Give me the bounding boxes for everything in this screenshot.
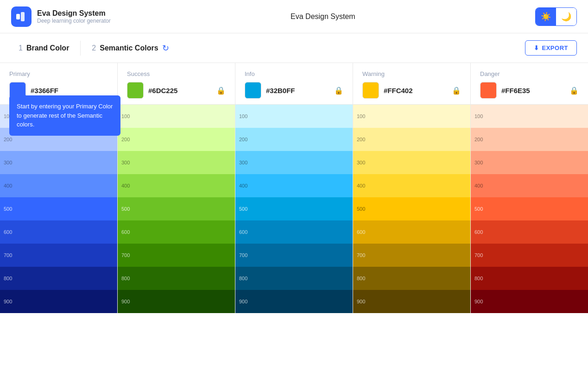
header: Eva Design System Deep learning color ge… [0,0,588,33]
primary-swatch-900 [0,290,117,313]
light-mode-button[interactable]: ☀️ [536,8,556,25]
swatch-row: 900 [118,290,235,313]
primary-swatch-500 [0,197,117,220]
tabs-bar: 1 Brand Color 2 Semantic Colors ↻ ⬇ EXPO… [0,33,588,63]
success-swatch-600 [118,220,235,244]
primary-category: Primary [9,70,108,77]
swatch-label-200: 200 [4,137,12,142]
info-swatch[interactable] [245,82,261,99]
swatch-label-300: 300 [239,160,247,165]
warning-swatch-200 [353,128,470,151]
swatch-row: 300 [353,151,470,174]
logo-text: Eva Design System Deep learning color ge… [37,9,111,24]
danger-swatch-500 [471,197,588,220]
swatch-label-600: 600 [121,229,130,235]
info-swatch-100 [235,105,353,128]
warning-swatch-300 [353,151,470,174]
swatch-row: 200 [471,128,588,151]
swatch-row: 100 [471,105,588,128]
theme-toggle[interactable]: ☀️ 🌙 [535,7,577,26]
info-input-row: #32B0FF 🔒 [245,82,343,99]
warning-column: Warning #FFC402 🔒 100 200 300 400 [353,63,471,313]
tab-semantic-colors[interactable]: 2 Semantic Colors ↻ [84,33,176,63]
primary-swatches: 100 200 300 400 500 600 [0,105,117,313]
swatch-row: 200 [235,128,353,151]
swatch-row: 500 [471,197,588,220]
success-swatch-900 [118,290,235,313]
primary-swatch-400 [0,174,117,197]
swatch-row: 800 [353,267,470,290]
swatch-label-800: 800 [4,276,12,281]
swatch-label-400: 400 [121,183,130,188]
refresh-icon[interactable]: ↻ [162,43,169,53]
danger-swatch-800 [471,267,588,290]
warning-swatch-900 [353,290,470,313]
info-swatch-900 [235,290,353,313]
swatch-row: 100 [353,105,470,128]
app-logo [11,6,32,27]
lock-icon[interactable]: 🔒 [569,86,579,95]
success-swatch-100 [118,105,235,128]
swatch-row: 900 [471,290,588,313]
warning-swatch-800 [353,267,470,290]
tab-brand-color[interactable]: 1 Brand Color [11,33,76,63]
swatch-row: 700 [353,244,470,267]
header-center-title: Eva Design System [111,13,535,21]
swatch-row: 800 [118,267,235,290]
lock-icon[interactable]: 🔒 [216,86,226,95]
warning-header: Warning #FFC402 🔒 [353,63,470,105]
swatch-label-700: 700 [239,252,247,258]
danger-hex: #FF6E35 [501,87,530,94]
primary-swatch-700 [0,244,117,267]
success-swatch[interactable] [127,82,144,99]
tab-semantic-label: Semantic Colors [100,44,158,52]
export-button[interactable]: ⬇ EXPORT [525,40,577,56]
danger-swatch-300 [471,151,588,174]
primary-swatch-800 [0,267,117,290]
success-header: Success #6DC225 🔒 [118,63,235,105]
danger-swatch-200 [471,128,588,151]
swatch-row: 300 [118,151,235,174]
swatch-row: 800 [235,267,353,290]
swatch-label-300: 300 [4,160,12,165]
swatch-label-500: 500 [357,206,365,212]
lock-icon[interactable]: 🔒 [452,86,461,95]
info-swatch-200 [235,128,353,151]
download-icon: ⬇ [534,44,539,51]
primary-swatch-600 [0,220,117,244]
swatch-label-600: 600 [239,229,247,235]
swatch-row: 600 [471,220,588,244]
dark-mode-button[interactable]: 🌙 [556,8,576,25]
swatch-row: 100 [235,105,353,128]
danger-swatch-400 [471,174,588,197]
tab-semantic-num: 2 [92,44,96,52]
swatch-row: 900 [0,290,117,313]
swatch-row: 800 [0,267,117,290]
danger-swatch-900 [471,290,588,313]
warning-swatch[interactable] [362,82,379,99]
swatch-label-900: 900 [4,299,12,304]
swatch-label-800: 800 [357,276,365,281]
success-swatch-800 [118,267,235,290]
swatch-row: 400 [0,174,117,197]
swatch-row: 300 [471,151,588,174]
swatch-row: 400 [235,174,353,197]
info-category: Info [245,70,343,77]
swatch-row: 600 [353,220,470,244]
lock-icon[interactable]: 🔒 [334,86,343,95]
app-subtitle: Deep learning color generator [37,18,111,24]
success-swatches: 100 200 300 400 500 600 [118,105,235,313]
swatch-label-500: 500 [4,206,12,212]
swatch-row: 800 [471,267,588,290]
swatch-label-300: 300 [357,160,365,165]
tab-brand-label: Brand Color [26,44,69,52]
swatch-row: 200 [118,128,235,151]
swatch-row: 500 [118,197,235,220]
info-swatch-500 [235,197,353,220]
primary-swatch-300 [0,151,117,174]
danger-swatch[interactable] [480,82,497,99]
swatch-label-600: 600 [4,229,12,235]
swatch-label-900: 900 [474,299,483,304]
warning-swatch-500 [353,197,470,220]
swatch-row: 200 [353,128,470,151]
